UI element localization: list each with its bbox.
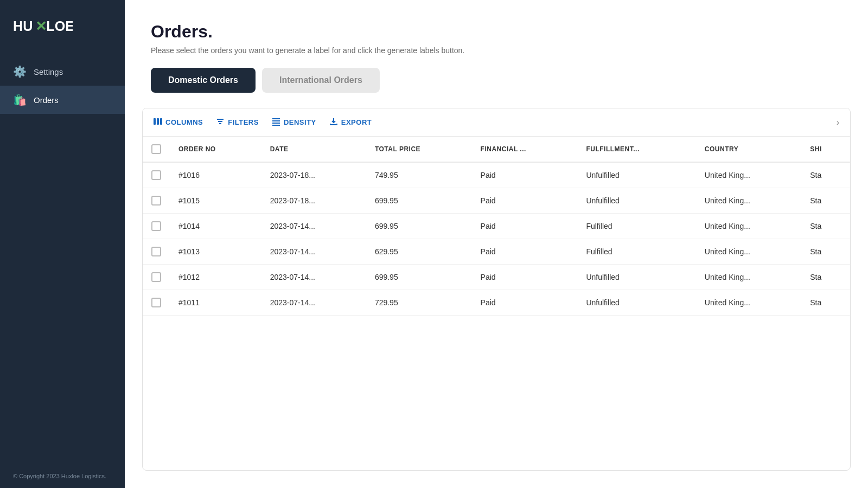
sidebar-item-settings[interactable]: ⚙️ Settings [0, 57, 125, 86]
row-shi: Sta [801, 265, 850, 290]
table-body: #1016 2023-07-18... 749.95 Paid Unfulfil… [143, 162, 850, 316]
sidebar-item-orders-label: Orders [34, 95, 59, 105]
table-container: COLUMNS FILTERS DENSITY EXPORT › [142, 108, 851, 471]
row-country: United King... [696, 188, 801, 214]
row-total-price: 699.95 [366, 214, 472, 239]
row-financial: Paid [472, 239, 578, 265]
tab-group: Domestic Orders International Orders [125, 68, 868, 108]
svg-rect-3 [154, 118, 156, 125]
table-row: #1014 2023-07-14... 699.95 Paid Fulfille… [143, 214, 850, 239]
row-checkbox-cell [143, 265, 170, 290]
sidebar: HU ✕ LOE ⚙️ Settings 🛍️ Orders © Copyrig… [0, 0, 125, 488]
col-order-no: ORDER NO [170, 137, 261, 162]
row-total-price: 749.95 [366, 162, 472, 188]
col-country: COUNTRY [696, 137, 801, 162]
row-checkbox-cell [143, 188, 170, 214]
density-label: DENSITY [284, 118, 316, 126]
row-shi: Sta [801, 214, 850, 239]
collapse-panel-button[interactable]: › [837, 118, 839, 127]
row-total-price: 699.95 [366, 265, 472, 290]
row-country: United King... [696, 239, 801, 265]
svg-text:✕: ✕ [35, 18, 47, 34]
col-shi: SHI [801, 137, 850, 162]
row-fulfillment: Unfulfilled [577, 188, 695, 214]
row-order-no: #1011 [170, 290, 261, 316]
row-date: 2023-07-14... [261, 214, 366, 239]
svg-rect-4 [157, 118, 159, 125]
row-checkbox[interactable] [151, 298, 161, 307]
columns-icon [154, 117, 162, 127]
filter-icon [216, 117, 225, 127]
tab-domestic[interactable]: Domestic Orders [151, 68, 256, 93]
col-checkbox [143, 137, 170, 162]
table-header-row: ORDER NO DATE TOTAL PRICE FINANCIAL ... … [143, 137, 850, 162]
export-icon [329, 117, 338, 127]
row-country: United King... [696, 214, 801, 239]
row-shi: Sta [801, 290, 850, 316]
col-total-price: TOTAL PRICE [366, 137, 472, 162]
row-fulfillment: Unfulfilled [577, 265, 695, 290]
row-checkbox[interactable] [151, 247, 161, 256]
density-button[interactable]: DENSITY [272, 117, 316, 127]
columns-button[interactable]: COLUMNS [154, 117, 203, 127]
orders-table: ORDER NO DATE TOTAL PRICE FINANCIAL ... … [143, 137, 850, 316]
row-fulfillment: Fulfilled [577, 239, 695, 265]
row-order-no: #1012 [170, 265, 261, 290]
row-date: 2023-07-14... [261, 290, 366, 316]
col-financial: FINANCIAL ... [472, 137, 578, 162]
row-order-no: #1016 [170, 162, 261, 188]
filters-button[interactable]: FILTERS [216, 117, 259, 127]
table-row: #1013 2023-07-14... 629.95 Paid Fulfille… [143, 239, 850, 265]
row-country: United King... [696, 290, 801, 316]
svg-text:LOE: LOE [46, 18, 73, 34]
svg-rect-5 [160, 118, 162, 125]
row-checkbox-cell [143, 162, 170, 188]
row-shi: Sta [801, 162, 850, 188]
row-checkbox[interactable] [151, 221, 161, 231]
table-row: #1016 2023-07-18... 749.95 Paid Unfulfil… [143, 162, 850, 188]
table-row: #1012 2023-07-14... 699.95 Paid Unfulfil… [143, 265, 850, 290]
export-label: EXPORT [341, 118, 372, 126]
logo-svg: HU ✕ LOE [13, 15, 73, 37]
col-fulfillment: FULFILLMENT... [577, 137, 695, 162]
sidebar-item-settings-label: Settings [34, 67, 63, 76]
row-financial: Paid [472, 162, 578, 188]
row-checkbox-cell [143, 239, 170, 265]
table-row: #1011 2023-07-14... 729.95 Paid Unfulfil… [143, 290, 850, 316]
table-toolbar: COLUMNS FILTERS DENSITY EXPORT › [143, 108, 850, 137]
row-order-no: #1015 [170, 188, 261, 214]
export-button[interactable]: EXPORT [329, 117, 372, 127]
row-checkbox-cell [143, 290, 170, 316]
row-shi: Sta [801, 239, 850, 265]
row-date: 2023-07-14... [261, 239, 366, 265]
row-fulfillment: Unfulfilled [577, 162, 695, 188]
orders-icon: 🛍️ [13, 93, 26, 106]
row-checkbox[interactable] [151, 196, 161, 206]
density-icon [272, 117, 280, 127]
row-total-price: 629.95 [366, 239, 472, 265]
sidebar-footer: © Copyright 2023 Huxloe Logistics. [0, 464, 125, 488]
row-fulfillment: Fulfilled [577, 214, 695, 239]
gear-icon: ⚙️ [13, 65, 26, 78]
row-fulfillment: Unfulfilled [577, 290, 695, 316]
row-checkbox[interactable] [151, 170, 161, 180]
row-financial: Paid [472, 290, 578, 316]
sidebar-item-orders[interactable]: 🛍️ Orders [0, 86, 125, 114]
filters-label: FILTERS [228, 118, 259, 126]
page-subtitle: Please select the orders you want to gen… [151, 46, 842, 55]
row-financial: Paid [472, 265, 578, 290]
row-order-no: #1014 [170, 214, 261, 239]
row-financial: Paid [472, 214, 578, 239]
row-total-price: 729.95 [366, 290, 472, 316]
main-content: Orders. Please select the orders you wan… [125, 0, 868, 488]
row-checkbox-cell [143, 214, 170, 239]
row-date: 2023-07-14... [261, 265, 366, 290]
tab-international[interactable]: International Orders [262, 68, 380, 93]
row-date: 2023-07-18... [261, 162, 366, 188]
row-date: 2023-07-18... [261, 188, 366, 214]
col-date: DATE [261, 137, 366, 162]
select-all-checkbox[interactable] [151, 144, 161, 154]
row-order-no: #1013 [170, 239, 261, 265]
row-checkbox[interactable] [151, 272, 161, 282]
table-row: #1015 2023-07-18... 699.95 Paid Unfulfil… [143, 188, 850, 214]
